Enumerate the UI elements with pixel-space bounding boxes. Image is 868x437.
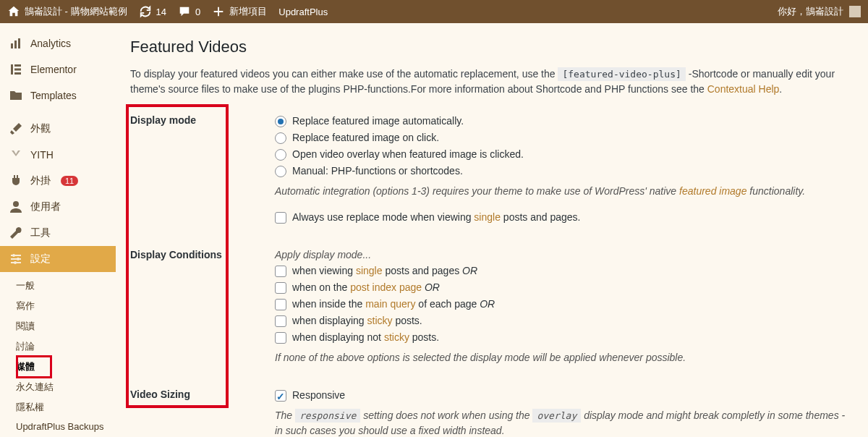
sizing-note: The responsive setting does not work whe… [275,408,849,437]
display-mode-click-radio[interactable] [275,132,286,144]
opt-label: Manual: PHP-functions or shortcodes. [292,164,463,179]
updates-count: 14 [156,7,166,17]
cond-link[interactable]: sticky [384,331,409,343]
wrench-icon [9,226,23,240]
opt-label: Replace featured image automatically. [292,114,464,129]
page-title: Featured Videos [130,38,849,56]
sidebar-item-label: 使用者 [30,200,61,213]
svg-rect-3 [11,64,13,75]
yith-icon [9,148,23,162]
home-icon [7,5,20,18]
opt-label: when displaying not sticky posts. [292,330,439,345]
svg-rect-0 [11,43,13,48]
site-link[interactable]: 鵠崙設計 - 購物網站範例 [7,5,127,18]
sidebar-item-users[interactable]: 使用者 [0,194,116,220]
sub-general[interactable]: 一般 [10,276,116,296]
cond-link[interactable]: sticky [367,315,393,326]
featured-image-link[interactable]: featured image [679,185,746,197]
svg-point-13 [14,261,17,264]
site-name: 鵠崙設計 - 購物網站範例 [25,5,127,18]
cond-sticky-checkbox[interactable] [275,315,286,327]
display-mode-manual-radio[interactable] [275,166,286,177]
display-mode-note: Automatic integration (options 1-3) requ… [275,184,849,199]
sub-updraft[interactable]: UpdraftPlus Backups [10,417,116,436]
plug-icon [9,174,23,188]
intro-text: To display your featured videos you can … [130,67,849,97]
sidebar-item-label: 外觀 [30,122,51,135]
user-icon [9,200,23,214]
cond-index-checkbox[interactable] [275,282,286,294]
comment-icon [178,5,191,18]
cond-notsticky-checkbox[interactable] [275,332,286,344]
sliders-icon [9,252,23,266]
brush-icon [9,122,23,136]
svg-rect-4 [14,64,21,67]
svg-point-7 [13,201,19,207]
new-label: 新增項目 [229,5,267,18]
display-mode-label: Display mode [130,113,275,226]
comments-link[interactable]: 0 [178,5,200,18]
avatar[interactable] [849,6,861,17]
sidebar-item-appearance[interactable]: 外觀 [0,116,116,142]
cond-single-checkbox[interactable] [275,266,286,277]
elementor-icon [9,62,23,77]
shortcode: [featured-video-plus] [558,67,685,81]
sub-privacy[interactable]: 隱私權 [10,397,116,417]
sidebar-item-analytics[interactable]: Analytics [0,30,116,56]
updraft-link[interactable]: UpdraftPlus [278,7,328,17]
cond-link[interactable]: post index page [350,281,422,293]
opt-label: when on the post index page OR [292,280,440,295]
cond-link[interactable]: main query [365,298,415,310]
opt-label: Replace featured image on click. [292,130,439,145]
svg-rect-1 [14,41,17,48]
plugins-badge: 11 [61,176,78,186]
sidebar-item-label: Templates [30,90,77,101]
sidebar-item-label: Analytics [30,38,71,49]
opt-label: Open video overlay when featured image i… [292,147,524,162]
opt-label: when inside the main query of each page … [292,297,495,312]
refresh-icon [139,5,152,18]
video-sizing-label: Video Sizing [130,387,275,437]
greeting[interactable]: 你好，鵠崙設計 [778,5,843,18]
sidebar-item-plugins[interactable]: 外掛 11 [0,168,116,194]
opt-label: when viewing single posts and pages OR [292,263,477,279]
new-link[interactable]: 新增項目 [212,5,267,18]
updates-link[interactable]: 14 [139,5,166,18]
display-conditions-label: Display Conditions [130,247,275,365]
always-replace-checkbox[interactable] [275,212,286,224]
sidebar-item-label: 設定 [30,253,51,266]
cond-link[interactable]: single [356,265,383,276]
display-mode-auto-radio[interactable] [275,116,286,127]
svg-rect-5 [14,69,21,71]
opt-label: Always use replace mode when viewing sin… [292,210,580,225]
sub-media[interactable]: 媒體 [10,357,116,377]
contextual-help-link[interactable]: Contextual Help [707,83,780,95]
svg-rect-2 [18,38,20,48]
sidebar-item-label: 工具 [30,226,51,239]
sub-reading[interactable]: 閱讀 [10,316,116,336]
apply-heading: Apply display mode... [275,247,849,263]
code-responsive: responsive [295,409,360,423]
plus-icon [212,5,225,18]
analytics-icon [9,36,23,51]
responsive-checkbox[interactable] [275,390,286,402]
sub-writing[interactable]: 寫作 [10,296,116,316]
cond-mainquery-checkbox[interactable] [275,299,286,310]
sub-discussion[interactable]: 討論 [10,336,116,357]
display-mode-overlay-radio[interactable] [275,149,286,161]
templates-icon [9,88,23,103]
sidebar-item-elementor[interactable]: Elementor [0,56,116,82]
sidebar-item-yith[interactable]: YITH [0,142,116,168]
code-overlay: overlay [532,409,581,423]
svg-rect-6 [14,72,21,75]
opt-label: Responsive [292,388,345,403]
sidebar-item-tools[interactable]: 工具 [0,220,116,246]
sub-permalink[interactable]: 永久連結 [10,377,116,397]
comments-count: 0 [195,7,200,17]
single-link[interactable]: single [474,211,501,223]
sidebar-item-settings[interactable]: 設定 [0,246,116,272]
svg-point-11 [12,254,15,257]
sidebar-item-label: 外掛 [30,174,51,187]
cond-none-note: If none of the above options is selected… [275,350,849,365]
sidebar-item-templates[interactable]: Templates [0,82,116,109]
